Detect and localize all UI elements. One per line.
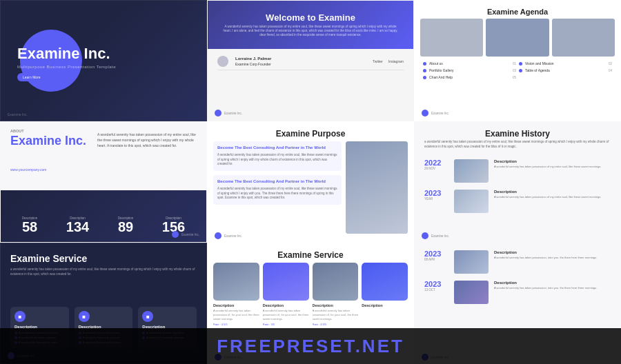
agenda-footer: Examine Inc. <box>422 110 449 117</box>
service-light-card-2: Description A wonderful serenity has tak… <box>263 263 309 329</box>
timeline-item-2: 2023 13 OCT Description A wonderful sere… <box>424 281 611 304</box>
agenda-label: About us <box>429 61 443 65</box>
footer-logo-circle <box>215 110 221 117</box>
presenter-name: Lorraine J. Palmer <box>235 56 271 62</box>
stat-2: Description 134 <box>66 216 89 234</box>
purpose-block-1-title: Become The Best Consulting And Partner i… <box>217 145 337 151</box>
service-light-photo-4 <box>362 263 408 301</box>
service-light-card-4: Description <box>362 263 408 329</box>
tl-desc-text-1: A wonderful serenity has taken possessio… <box>494 256 611 260</box>
about-text: A wonderful serenity has taken possessio… <box>97 132 199 148</box>
agenda-list: About us 01 Vision and Mission 02 Portfo… <box>423 61 612 79</box>
agenda-label: Chart And Help <box>429 75 453 79</box>
agenda-label: Vision and Mission <box>525 61 554 65</box>
hero-content: Examine Inc. Multipurpose Business Prese… <box>17 27 116 81</box>
agenda-item-4: Table of Agenda 04 <box>519 68 612 72</box>
service-dark-card-icon-2: ■ <box>79 311 90 322</box>
twitter-link[interactable]: Twitter <box>373 59 383 63</box>
welcome-header: Welcome to Examine A wonderful serenity … <box>208 1 413 49</box>
stat-1: Description 58 <box>22 216 38 234</box>
welcome-people-row: Lorraine J. Palmer Examine Corp Founder … <box>208 52 413 72</box>
footer-logo-circle <box>422 232 428 239</box>
agenda-photo-1 <box>420 19 483 57</box>
footer-text: Examine Inc. <box>224 234 242 238</box>
hero-title: Examine Inc. <box>17 45 116 62</box>
tl-desc-title-2: Description <box>494 281 611 285</box>
timeline-item-2: 2023 YEAR Description A wonderful sereni… <box>424 190 611 213</box>
purpose-text-col: Become The Best Consulting And Partner i… <box>213 141 342 234</box>
tl-year-2: 2023 <box>424 281 448 288</box>
tl-desc-1: Description A wonderful serenity has tak… <box>494 250 611 260</box>
hero-footer: Examine Inc. <box>8 112 28 117</box>
tl-sublabel-1: 08 APR <box>424 258 448 261</box>
tl-desc-title-2: Description <box>494 190 611 194</box>
history-sub: a wonderful serenity has taken possessio… <box>424 140 611 150</box>
service-light-body-1: Description A wonderful serenity has tak… <box>213 301 259 329</box>
tl-year-1: 2023 <box>424 250 448 258</box>
hero-cta-button[interactable]: Learn More <box>17 73 46 81</box>
service-dark-card-icon-3: ■ <box>142 311 153 322</box>
tl-sublabel-1: 29 NOV <box>424 167 448 170</box>
timeline-item-1: 2023 08 APR Description A wonderful sere… <box>424 250 611 274</box>
tl-year-1: 2022 <box>424 159 448 167</box>
tl-desc-text-2: A wonderful serenity has taken possessio… <box>494 195 611 199</box>
footer-logo-circle <box>172 231 179 238</box>
purpose-photo <box>346 141 408 234</box>
purpose-block-1: Become The Best Consulting And Partner i… <box>213 141 342 171</box>
history-footer: Examine Inc. <box>422 232 449 239</box>
welcome-title: Welcome to Examine <box>266 12 355 23</box>
service-light-card-rate-3: Rate : 4.8/5 <box>313 323 359 326</box>
service-light-card-desc-3: A wonderful serenity has taken possessio… <box>313 309 359 321</box>
about-label: About <box>10 129 24 133</box>
presenter-avatar <box>217 56 228 67</box>
service-light-card-3: Description A wonderful serenity has tak… <box>313 263 359 329</box>
tl-sublabel-2: 13 OCT <box>424 288 448 292</box>
tl-desc-2: Description A wonderful serenity has tak… <box>494 281 611 290</box>
service-light-title: Examine Service <box>208 250 413 260</box>
tl-desc-text-2: A wonderful serenity has taken possessio… <box>494 286 611 290</box>
service-light-card-title-1: Description <box>213 303 259 307</box>
social-links: Twitter Instagram <box>373 59 404 63</box>
agenda-label: Table of Agenda <box>525 68 550 72</box>
welcome-footer: Examine Inc. <box>215 110 242 117</box>
tl-desc-title-1: Description <box>494 159 611 163</box>
tl-desc-text-1: A wonderful serenity has taken possessio… <box>494 165 611 169</box>
service-light-card-desc-2: A wonderful serenity has taken possessio… <box>263 309 309 321</box>
purpose-photo-inner <box>346 141 408 234</box>
service-light-body-3: Description A wonderful serenity has tak… <box>313 301 359 329</box>
agenda-num: 01 <box>513 62 516 65</box>
service-light-card-rate-2: Rate : 3/5 <box>263 323 309 326</box>
agenda-photo-2 <box>486 19 549 57</box>
service-dark-text: a wonderful serenity has taken possessio… <box>10 267 197 276</box>
agenda-dot <box>423 62 426 65</box>
hero-subtitle: Multipurpose Business Presentation Templ… <box>17 65 116 69</box>
service-light-card-title-3: Description <box>313 303 359 307</box>
agenda-num: 02 <box>609 62 612 65</box>
history-timeline: 2022 29 NOV Description A wonderful sere… <box>424 159 611 232</box>
about-website: www.yourcompany.com <box>10 168 46 172</box>
instagram-link[interactable]: Instagram <box>388 59 404 63</box>
slide-welcome: Welcome to Examine A wonderful serenity … <box>207 0 414 121</box>
agenda-dot <box>519 62 522 65</box>
about-title: Examine Inc. <box>10 134 86 148</box>
presenter-role: Examine Corp Founder <box>235 62 271 68</box>
tl-desc-2: Description A wonderful serenity has tak… <box>494 190 611 199</box>
welcome-sub: A wonderful serenity has taken possessio… <box>208 25 413 38</box>
purpose-block-2-text: A wonderful serenity has taken possessio… <box>217 187 337 201</box>
service-light-photo-3 <box>313 263 359 301</box>
agenda-dot <box>423 76 426 79</box>
agenda-item-3: Portfolio Gallery 03 <box>423 68 516 72</box>
slide-about: About Examine Inc. A wonderful serenity … <box>0 121 207 243</box>
footer-text: Examine Inc. <box>224 112 242 115</box>
service-light-photo-2 <box>263 263 309 301</box>
slide-history: Examine History a wonderful serenity has… <box>414 121 621 243</box>
agenda-num: 03 <box>513 69 516 72</box>
stat-value-3: 89 <box>118 220 134 234</box>
agenda-item-5: Chart And Help 05 <box>423 75 516 79</box>
tl-year-block-1: 2022 29 NOV <box>424 159 448 170</box>
tl-desc-1: Description A wonderful serenity has tak… <box>494 159 611 169</box>
service-dark-title: Examine Service <box>10 253 87 264</box>
tl-photo-1 <box>454 159 489 183</box>
watermark-net: .net <box>355 336 404 356</box>
tl-photo-1 <box>454 250 489 274</box>
